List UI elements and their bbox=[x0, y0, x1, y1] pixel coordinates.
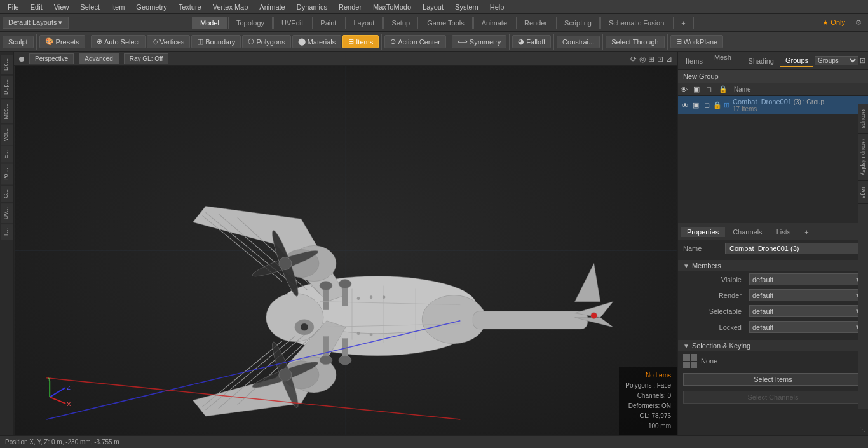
main-area: De... Dup... Mes... Ver... E... Pol... C… bbox=[0, 52, 868, 435]
sidebar-tab-5[interactable]: Pol... bbox=[1, 164, 13, 185]
prop-render-dropdown[interactable]: default ▾ bbox=[749, 289, 863, 301]
panel-expand-icon[interactable]: ⊡ bbox=[860, 57, 865, 65]
prop-tab-lists[interactable]: Lists bbox=[770, 227, 797, 237]
item-vis-icon[interactable]: 👁 bbox=[681, 101, 689, 110]
menu-geometry[interactable]: Geometry bbox=[131, 2, 172, 12]
menu-maxtomodo[interactable]: MaxToModo bbox=[368, 2, 416, 12]
viewport-icon-1[interactable]: ◎ bbox=[639, 55, 646, 64]
tab-gametools[interactable]: Game Tools bbox=[419, 17, 473, 29]
tab-render[interactable]: Render bbox=[516, 17, 555, 29]
prop-selectable-dropdown[interactable]: default ▾ bbox=[749, 305, 863, 317]
panel-tab-groups[interactable]: Groups bbox=[780, 55, 813, 67]
sidebar-tab-3[interactable]: Ver... bbox=[1, 125, 13, 146]
vertices-button[interactable]: ◇ Vertices bbox=[147, 35, 190, 48]
viewport-icon-0[interactable]: ⟳ bbox=[630, 55, 637, 64]
selectthrough-button[interactable]: Select Through bbox=[606, 36, 664, 48]
tab-topology[interactable]: Topology bbox=[228, 17, 273, 29]
sidebar-tab-7[interactable]: UV... bbox=[1, 203, 13, 223]
viewport-advanced-btn[interactable]: Advanced bbox=[79, 53, 118, 64]
tab-setup[interactable]: Setup bbox=[383, 17, 418, 29]
menu-help[interactable]: Help bbox=[485, 2, 510, 12]
item-row-drone[interactable]: 👁 ▣ ◻ 🔒 ⊞ Combat_Drone001 (3) : Group 17… bbox=[678, 96, 868, 114]
select-items-button[interactable]: Select Items bbox=[683, 373, 863, 386]
new-group-button[interactable]: New Group bbox=[678, 70, 868, 83]
menu-texture[interactable]: Texture bbox=[173, 2, 207, 12]
properties-panel: Properties Channels Lists + ⊡ Name ▼ Mem… bbox=[678, 223, 868, 435]
tab-uvedit[interactable]: UVEdit bbox=[273, 17, 311, 29]
menu-file[interactable]: File bbox=[3, 2, 24, 12]
menu-layout[interactable]: Layout bbox=[417, 2, 449, 12]
sidebar-tab-0[interactable]: De... bbox=[1, 55, 13, 74]
viewport-icon-2[interactable]: ⊞ bbox=[648, 55, 654, 64]
falloff-button[interactable]: ◕ Falloff bbox=[512, 35, 551, 48]
viewport-canvas[interactable]: Z X Y No Items Polygons : Face Channels:… bbox=[14, 66, 677, 435]
prop-selectable-row: Selectable default ▾ bbox=[678, 303, 868, 319]
prop-tab-add[interactable]: + bbox=[798, 227, 815, 237]
selection-keying-header[interactable]: ▼ Selection & Keying bbox=[678, 340, 868, 351]
menu-view[interactable]: View bbox=[49, 2, 74, 12]
vtab-tags[interactable]: Tags bbox=[858, 181, 868, 204]
menu-animate[interactable]: Animate bbox=[254, 2, 290, 12]
sculpt-button[interactable]: Sculpt bbox=[3, 36, 34, 48]
tab-scripting[interactable]: Scripting bbox=[556, 17, 600, 29]
viewport-raygl-btn[interactable]: Ray GL: Off bbox=[124, 53, 169, 64]
boundary-button[interactable]: ◫ Boundary bbox=[191, 35, 241, 48]
viewport-icon-4[interactable]: ⊿ bbox=[666, 55, 672, 64]
polygons-button[interactable]: ⬡ Polygons bbox=[242, 35, 290, 48]
groups-dropdown[interactable]: Groups All Groups bbox=[815, 56, 858, 65]
menu-item[interactable]: Item bbox=[106, 2, 130, 12]
item-render-icon[interactable]: ▣ bbox=[691, 101, 700, 110]
keying-none-row: None bbox=[678, 351, 868, 370]
viewport-perspective-btn[interactable]: Perspective bbox=[29, 53, 74, 64]
panel-tab-mesh[interactable]: Mesh ... bbox=[709, 51, 742, 71]
separator-3 bbox=[381, 34, 382, 50]
presets-button[interactable]: 🎨 Presets bbox=[39, 35, 85, 48]
tab-layout[interactable]: Layout bbox=[345, 17, 383, 29]
menu-select[interactable]: Select bbox=[75, 2, 105, 12]
menu-system[interactable]: System bbox=[450, 2, 484, 12]
menu-render[interactable]: Render bbox=[334, 2, 367, 12]
viewport-icon-3[interactable]: ⊡ bbox=[657, 55, 663, 64]
prop-locked-dropdown[interactable]: default ▾ bbox=[749, 321, 863, 333]
item-lock-icon[interactable]: 🔒 bbox=[713, 101, 722, 110]
select-channels-button[interactable]: Select Channels bbox=[683, 391, 863, 404]
tab-model[interactable]: Model bbox=[192, 17, 227, 29]
menu-edit[interactable]: Edit bbox=[25, 2, 48, 12]
menu-vertexmap[interactable]: Vertex Map bbox=[208, 2, 254, 12]
vtab-groupdisplay[interactable]: Group Display bbox=[858, 134, 868, 181]
tab-schematicfusion[interactable]: Schematic Fusion bbox=[600, 17, 672, 29]
constraints-button[interactable]: Constrai... bbox=[557, 36, 600, 48]
panel-tab-shading[interactable]: Shading bbox=[743, 55, 779, 67]
layout-dropdown[interactable]: Default Layouts ▾ bbox=[3, 17, 69, 29]
viewport[interactable]: Perspective Advanced Ray GL: Off ⟳ ◎ ⊞ ⊡… bbox=[14, 52, 677, 435]
autoselect-icon: ⊕ bbox=[97, 37, 102, 46]
item-sel-icon[interactable]: ◻ bbox=[702, 101, 711, 110]
vtab-groups[interactable]: Groups bbox=[858, 104, 868, 134]
workplane-button[interactable]: ⊟ WorkPlane bbox=[670, 35, 724, 48]
viewport-indicator bbox=[19, 57, 24, 62]
sidebar-tab-6[interactable]: C... bbox=[1, 186, 13, 202]
members-title: Members bbox=[692, 262, 721, 269]
items-button[interactable]: ⊞ Items bbox=[342, 35, 379, 48]
panel-tab-items[interactable]: Items bbox=[681, 55, 708, 67]
autoselect-button[interactable]: ⊕ Auto Select bbox=[91, 35, 146, 48]
prop-name-input[interactable] bbox=[725, 243, 863, 254]
selection-keying-title: Selection & Keying bbox=[692, 342, 750, 350]
resize-handle[interactable]: ⋱ bbox=[859, 426, 865, 433]
symmetry-button[interactable]: ⟺ Symmetry bbox=[452, 35, 507, 48]
prop-tab-channels[interactable]: Channels bbox=[726, 227, 768, 237]
prop-tab-properties[interactable]: Properties bbox=[681, 227, 725, 237]
menu-dynamics[interactable]: Dynamics bbox=[292, 2, 332, 12]
sidebar-tab-2[interactable]: Mes... bbox=[1, 100, 13, 123]
tab-paint[interactable]: Paint bbox=[312, 17, 344, 29]
tab-add[interactable]: + bbox=[673, 17, 693, 29]
sidebar-tab-1[interactable]: Dup... bbox=[1, 76, 13, 98]
actioncenter-button[interactable]: ⊙ Action Center bbox=[384, 35, 446, 48]
prop-visible-dropdown[interactable]: default ▾ bbox=[749, 273, 863, 285]
sidebar-tab-8[interactable]: F... bbox=[1, 224, 13, 240]
members-section-header[interactable]: ▼ Members bbox=[678, 260, 868, 271]
tab-animate[interactable]: Animate bbox=[473, 17, 515, 29]
layout-gear[interactable]: ⚙ bbox=[851, 17, 865, 28]
sidebar-tab-4[interactable]: E... bbox=[1, 146, 13, 163]
materials-button[interactable]: ⬤ Materials bbox=[292, 35, 342, 48]
